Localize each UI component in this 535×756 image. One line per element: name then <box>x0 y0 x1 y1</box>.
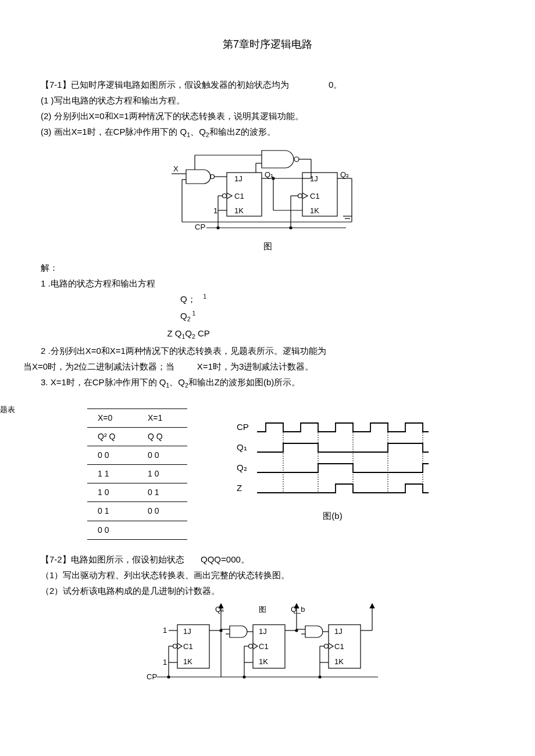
svg-text:1J: 1J <box>183 627 191 636</box>
svg-point-59 <box>249 644 253 648</box>
svg-text:Q_b: Q_b <box>291 605 305 614</box>
svg-text:CP: CP <box>147 672 157 681</box>
svg-text:1K: 1K <box>310 206 319 215</box>
svg-text:图: 图 <box>259 605 266 614</box>
p71-q1: (1 )写出电路的状态方程和输出方程。 <box>23 92 512 108</box>
table-side-label: 题表 <box>0 403 15 416</box>
fig1-label: 图 <box>23 238 512 254</box>
svg-text:Qₐ: Qₐ <box>215 605 224 614</box>
svg-text:1K: 1K <box>234 206 244 215</box>
p71-q3: (3) 画出X=1时，在CP脉冲作用下的 Q1、Q2和输出Z的波形。 <box>23 124 512 141</box>
svg-text:1K: 1K <box>183 657 192 666</box>
state-table: X=0X=1 Q² QQ Q 0 00 0 1 11 0 1 00 1 0 10… <box>87 409 187 540</box>
p72-q2: （2）试分析该电路构成的是几进制的计数器。 <box>23 583 512 599</box>
svg-text:C1: C1 <box>334 642 344 651</box>
svg-point-21 <box>298 194 302 198</box>
p71-q2: (2) 分别列出X=0和X=1两种情况下的状态转换表，说明其逻辑功能。 <box>23 108 512 124</box>
svg-text:Q₁: Q₁ <box>237 442 247 452</box>
equations: Q； 1 Q2 1 Z Q1Q2 CP <box>180 291 512 342</box>
problem-7-1-intro: 【7-1】已知时序逻辑电路如图所示，假设触发器的初始状态均为 0。 <box>23 77 512 92</box>
svg-text:Q₂: Q₂ <box>237 463 247 472</box>
timing-diagram: CP Q₁ Q₂ Z 图(b) <box>234 417 431 524</box>
svg-rect-11 <box>227 173 262 216</box>
svg-text:CP: CP <box>237 422 249 432</box>
svg-text:C1: C1 <box>234 192 244 200</box>
svg-text:Q₁: Q₁ <box>265 170 273 179</box>
chapter-title: 第7章时序逻辑电路 <box>23 35 512 53</box>
p71-intro-tail: 0。 <box>329 80 342 89</box>
svg-text:1: 1 <box>163 626 167 635</box>
svg-text:1: 1 <box>213 206 217 215</box>
svg-rect-20 <box>302 173 337 216</box>
svg-text:1J: 1J <box>334 627 343 636</box>
problem-7-2-intro: 【7-2】电路如图所示，假设初始状态 QQQ=000。 <box>23 551 512 567</box>
svg-text:1J: 1J <box>310 174 318 183</box>
svg-point-13 <box>223 194 227 198</box>
circuit-figure-2: Qₐ 图 Q_b 1 1 1J C1 1K 1J C1 1K 1J C1 1K … <box>23 601 512 693</box>
solution-3: 3. X=1时，在CP脉冲作用下的 Q1、Q2和输出Z的波形如图(b)所示。 <box>23 374 512 391</box>
fig-b-label: 图(b) <box>234 508 431 524</box>
svg-text:1: 1 <box>163 658 167 667</box>
svg-point-32 <box>290 227 292 229</box>
svg-text:Z: Z <box>237 483 242 493</box>
p72-q1: （1）写出驱动方程、列出状态转换表、画出完整的状态转换图。 <box>23 567 512 583</box>
solution-2a: 2 .分别列出X=0和X=1两种情况下的状态转换表，见题表所示。逻辑功能为 <box>23 343 512 359</box>
svg-text:Q₂: Q₂ <box>340 170 349 179</box>
svg-point-87 <box>167 676 170 678</box>
svg-point-88 <box>243 676 245 678</box>
svg-point-0 <box>294 157 299 162</box>
solution-2b: 当X=0时，为2位二进制减法计数器；当 X=1时，为3进制减法计数器。 <box>23 359 512 374</box>
solution-header: 解： <box>23 260 512 275</box>
svg-text:1J: 1J <box>234 174 242 183</box>
p71-intro-text: 【7-1】已知时序逻辑电路如图所示，假设触发器的初始状态均为 <box>41 80 289 89</box>
svg-text:C1: C1 <box>310 192 320 200</box>
svg-text:1J: 1J <box>259 627 267 636</box>
svg-text:CP: CP <box>195 223 205 231</box>
svg-text:C1: C1 <box>259 642 269 651</box>
svg-text:1K: 1K <box>334 657 344 666</box>
svg-point-60 <box>324 644 329 648</box>
svg-point-58 <box>173 644 177 648</box>
svg-text:X: X <box>173 164 179 173</box>
circuit-figure-1: X Q₁ Q₂ 1J C1 1K 1J C1 1K 1 CP <box>23 144 512 235</box>
svg-point-31 <box>217 227 219 229</box>
svg-point-89 <box>319 676 321 678</box>
svg-text:C1: C1 <box>183 642 193 651</box>
solution-1: 1 .电路的状态方程和输出方程 <box>23 275 512 291</box>
svg-text:1K: 1K <box>259 657 268 666</box>
